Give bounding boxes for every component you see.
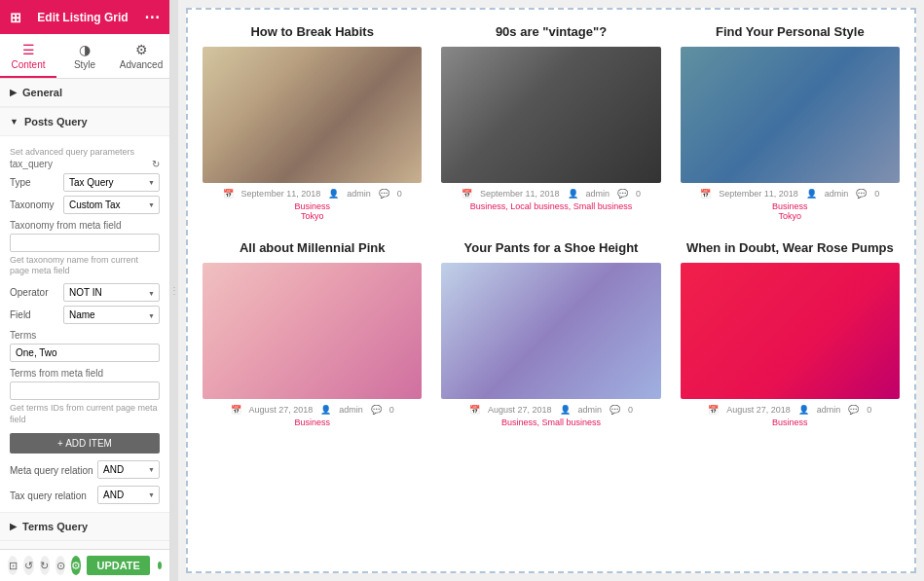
calendar-icon-6: 📅 [708,405,719,415]
terms-from-meta-note: Get terms IDs from current page meta fie… [10,403,160,425]
comment-icon-6: 💬 [848,405,859,415]
field-label: Field [10,309,63,320]
section-posts-query[interactable]: ▼ Posts Query [0,107,169,136]
taxonomy-from-meta-note: Get taxonomy name from current page meta… [10,255,160,277]
post-comments-rose: 0 [867,405,871,415]
add-item-button[interactable]: + ADD ITEM [10,433,160,454]
terms-from-meta-label: Terms from meta field [10,368,160,379]
status-dot [158,562,162,569]
user-icon-1: 👤 [328,189,339,199]
sidebar-tabs: ☰ Content ◑ Style ⚙ Advanced [0,34,169,79]
type-select[interactable]: Tax Query Meta Query [63,173,160,192]
taxonomy-select[interactable]: Custom Tax Category Tag [63,196,160,214]
field-select[interactable]: Name Slug Term ID [63,306,160,324]
tab-advanced[interactable]: ⚙ Advanced [113,34,169,78]
redo-icon[interactable]: ↻ [40,556,50,575]
post-image-pants [441,263,660,399]
field-select-wrapper: Name Slug Term ID [63,306,160,324]
type-row: Type Tax Query Meta Query [10,173,160,192]
taxonomy-select-wrapper: Custom Tax Category Tag [63,196,160,214]
taxonomy-from-meta-input[interactable] [10,234,160,252]
settings-icon[interactable]: ⚙ [71,556,81,575]
post-image-habits [203,47,422,183]
taxonomy-row: Taxonomy Custom Tax Category Tag [10,196,160,214]
taxonomy-from-meta-label: Taxonomy from meta field [10,220,160,231]
post-image-90s [441,47,660,183]
post-author-pants: admin [578,405,603,415]
tax-query-refresh-icon[interactable]: ↻ [152,159,160,169]
post-title-style: Find Your Personal Style [681,24,900,39]
field-row: Field Name Slug Term ID [10,306,160,324]
operator-select[interactable]: NOT IN IN AND [63,283,160,302]
resize-handle[interactable]: ⋮ [170,0,178,581]
responsive-icon[interactable]: ⊡ [8,556,18,575]
section-general[interactable]: ▶ General [0,79,169,107]
section-widget-visibility[interactable]: ▶ Widget Visibility [0,541,169,549]
tab-style[interactable]: ◑ Style [56,34,113,78]
post-card-90s: 90s are "vintage"? 📅 September 11, 2018 … [441,24,660,221]
post-date-pink: August 27, 2018 [249,405,314,415]
post-cats-habits: Business Tokyo [203,201,422,221]
tax-query-relation-select-wrapper: AND OR [97,486,160,504]
posts-grid: How to Break Habits 📅 September 11, 2018… [203,24,900,427]
calendar-icon-5: 📅 [469,405,480,415]
post-comments-pants: 0 [628,405,633,415]
post-cats-90s: Business, Local business, Small business [441,201,660,211]
update-button[interactable]: UPDATE [87,556,149,575]
calendar-icon-4: 📅 [231,405,241,415]
operator-label: Operator [10,287,63,298]
tax-query-relation-select[interactable]: AND OR [97,486,160,504]
post-author-90s: admin [586,189,610,199]
post-title-rose: When in Doubt, Wear Rose Pumps [681,240,900,255]
meta-query-relation-select-wrapper: AND OR [97,460,160,479]
post-meta-pants: 📅 August 27, 2018 👤 admin 💬 0 [441,405,660,415]
calendar-icon-1: 📅 [223,189,234,199]
post-date-style: September 11, 2018 [719,189,798,199]
post-card-pink: All about Millennial Pink 📅 August 27, 2… [203,240,422,427]
post-date-pants: August 27, 2018 [488,405,552,415]
post-meta-style: 📅 September 11, 2018 👤 admin 💬 0 [681,189,900,199]
sidebar-title: Edit Listing Grid [37,11,128,24]
comment-icon-4: 💬 [371,405,382,415]
content-tab-icon: ☰ [4,42,53,57]
tax-query-relation-row: Tax query relation AND OR [10,485,160,504]
tax-query-label: tax_query [10,159,53,169]
history-icon[interactable]: ⊙ [55,556,65,575]
style-tab-icon: ◑ [60,42,109,57]
post-image-pink [203,263,422,399]
posts-query-arrow-icon: ▼ [10,117,18,127]
post-image-rose [681,263,900,399]
sidebar-footer: ⊡ ↺ ↻ ⊙ ⚙ UPDATE [0,549,169,581]
post-author-habits: admin [347,189,371,199]
post-card-habits: How to Break Habits 📅 September 11, 2018… [203,24,422,221]
tax-query-header: tax_query ↻ [10,159,160,169]
user-icon-5: 👤 [560,405,571,415]
post-date-habits: September 11, 2018 [241,189,321,199]
user-icon-4: 👤 [320,405,331,415]
tax-query-relation-label: Tax query relation [10,490,97,501]
post-title-90s: 90s are "vintage"? [441,24,660,39]
terms-from-meta-input[interactable] [10,381,160,400]
sidebar-content: ▶ General ▼ Posts Query Set advanced que… [0,79,169,549]
undo-icon[interactable]: ↺ [23,556,33,575]
calendar-icon-3: 📅 [700,189,711,199]
sidebar-dots-icon[interactable]: ⋯ [144,8,160,26]
post-comments-habits: 0 [397,189,402,199]
meta-query-relation-select[interactable]: AND OR [97,460,160,479]
post-title-pants: Your Pants for a Shoe Height [441,240,660,255]
type-select-wrapper: Tax Query Meta Query [63,173,160,192]
post-meta-90s: 📅 September 11, 2018 👤 admin 💬 0 [441,189,660,199]
post-date-90s: September 11, 2018 [480,189,560,199]
general-arrow-icon: ▶ [10,88,17,97]
post-card-style: Find Your Personal Style 📅 September 11,… [681,24,900,221]
terms-input[interactable] [10,344,160,362]
post-author-style: admin [825,189,849,199]
tab-content[interactable]: ☰ Content [0,34,56,78]
calendar-icon-2: 📅 [462,189,472,199]
comment-icon-3: 💬 [856,189,867,199]
post-meta-pink: 📅 August 27, 2018 👤 admin 💬 0 [203,405,422,415]
advanced-tab-icon: ⚙ [117,42,166,57]
comment-icon-2: 💬 [617,189,628,199]
section-terms-query[interactable]: ▶ Terms Query [0,513,169,541]
main-content: How to Break Habits 📅 September 11, 2018… [186,8,916,573]
